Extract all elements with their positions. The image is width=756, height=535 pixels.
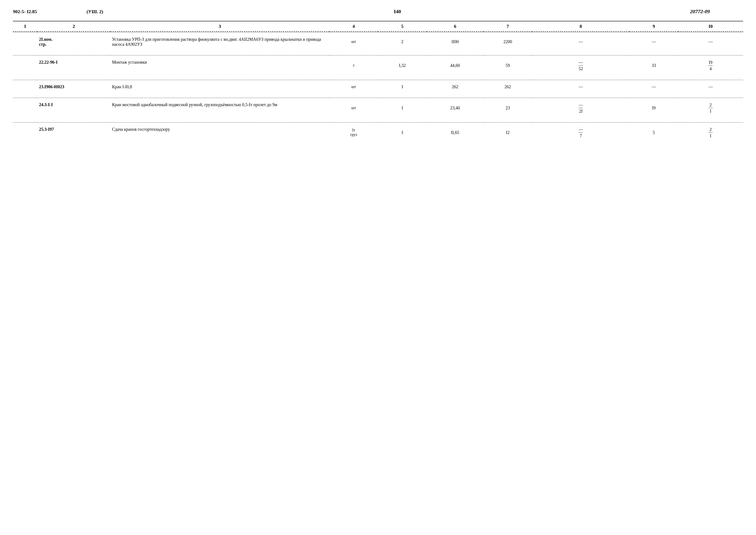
cell-5-7: I2 [483,122,532,143]
cell-1-2: 2I.ном. стр. [37,32,110,51]
table-row: 23.I906-0I023Кран I-I0,8штI262262——— [13,80,743,94]
header: 902-5- I2.85 (УШ. 2) I40 20772-09 [13,9,743,14]
col-header-1: I [13,21,37,32]
col-header-2: 2 [37,21,110,32]
cell-4-3: Кран мостовой однобалочный подвесной руч… [110,98,329,118]
col-header-6: 6 [427,21,483,32]
header-left: 902-5- I2.85 [13,9,52,14]
cell-3-10: — [678,80,743,94]
cell-2-4: т [329,55,378,76]
cell-1-1 [13,32,37,51]
col-header-3: 3 [110,21,329,32]
cell-5-10: 2I [678,122,743,143]
table-row: 2I.ном. стр.Установка УРП-З для приготов… [13,32,743,51]
table-row: 22.22-96-IМонтаж установкитI,3244,6059—5… [13,55,743,76]
col-header-5: 5 [378,21,427,32]
cell-5-4: Iт груз [329,122,378,143]
spacer-row [13,51,743,55]
cell-3-5: I [378,80,427,94]
table-row: 24.3-I-IКран мостовой однобалочный подве… [13,98,743,118]
cell-1-4: шт [329,32,378,51]
spacer-row [13,75,743,80]
cell-1-5: 2 [378,32,427,51]
cell-3-1 [13,80,37,94]
cell-5-3: Сдача кранов госгортехнадзору [110,122,329,143]
cell-5-8: —7 [532,122,630,143]
cell-2-5: I,32 [378,55,427,76]
col-header-10: I0 [678,21,743,32]
cell-4-5: I [378,98,427,118]
cell-4-7: 23 [483,98,532,118]
cell-5-2: 25.3-I97 [37,122,110,143]
cell-4-9: I9 [630,98,678,118]
col-header-4: 4 [329,21,378,32]
cell-3-8: — [532,80,630,94]
cell-1-3: Установка УРП-З для приготовления раство… [110,32,329,51]
header-middle: I40 [138,9,657,14]
cell-3-2: 23.I906-0I023 [37,80,110,94]
cell-3-9: — [630,80,678,94]
cell-5-1 [13,122,37,143]
spacer-row [13,143,743,147]
main-table: I 2 3 4 5 6 7 8 9 I0 2I.ном. стр.Установ… [13,21,743,147]
col-header-row: I 2 3 4 5 6 7 8 9 I0 [13,21,743,32]
col-header-8: 8 [532,21,630,32]
cell-1-9: — [630,32,678,51]
header-center: (УШ. 2) [52,9,138,14]
header-right: 20772-09 [657,9,743,14]
col-header-7: 7 [483,21,532,32]
cell-5-6: II,65 [427,122,483,143]
cell-2-8: —52 [532,55,630,76]
cell-2-6: 44,60 [427,55,483,76]
cell-1-7: 2200 [483,32,532,51]
cell-4-2: 24.3-I-I [37,98,110,118]
cell-5-5: I [378,122,427,143]
cell-3-4: шт [329,80,378,94]
table-row: 25.3-I97Сдача кранов госгортехнадзоруIт … [13,122,743,143]
cell-1-10: — [678,32,743,51]
cell-2-9: 33 [630,55,678,76]
cell-4-10: 2I [678,98,743,118]
cell-4-8: —2I [532,98,630,118]
cell-3-7: 262 [483,80,532,94]
cell-4-4: шт [329,98,378,118]
cell-1-6: II00 [427,32,483,51]
cell-5-9: 5 [630,122,678,143]
cell-2-10: I94 [678,55,743,76]
spacer-row [13,94,743,98]
cell-1-8: — [532,32,630,51]
cell-2-2: 22.22-96-I [37,55,110,76]
cell-3-6: 262 [427,80,483,94]
col-header-9: 9 [630,21,678,32]
cell-2-1 [13,55,37,76]
cell-2-7: 59 [483,55,532,76]
spacer-row [13,118,743,122]
cell-3-3: Кран I-I0,8 [110,80,329,94]
cell-4-1 [13,98,37,118]
cell-2-3: Монтаж установки [110,55,329,76]
cell-4-6: 23,40 [427,98,483,118]
